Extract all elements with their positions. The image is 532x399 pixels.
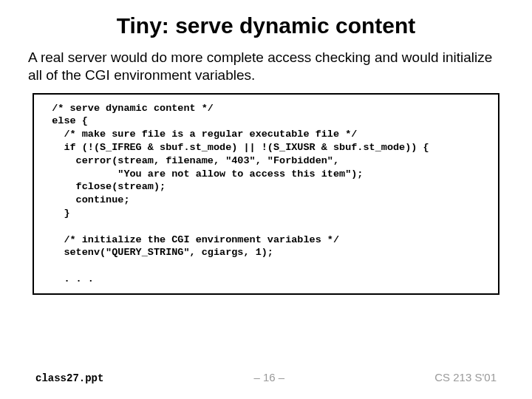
slide-title: Tiny: serve dynamic content [24, 13, 508, 38]
slide-footer: class27.ppt – 16 – CS 213 S'01 [0, 371, 532, 384]
slide-body: A real server would do more complete acc… [24, 49, 508, 84]
code-block: /* serve dynamic content */ else { /* ma… [33, 93, 499, 295]
footer-filename: class27.ppt [35, 372, 103, 384]
footer-course: CS 213 S'01 [434, 371, 497, 383]
footer-page-number: – 16 – [253, 371, 284, 383]
